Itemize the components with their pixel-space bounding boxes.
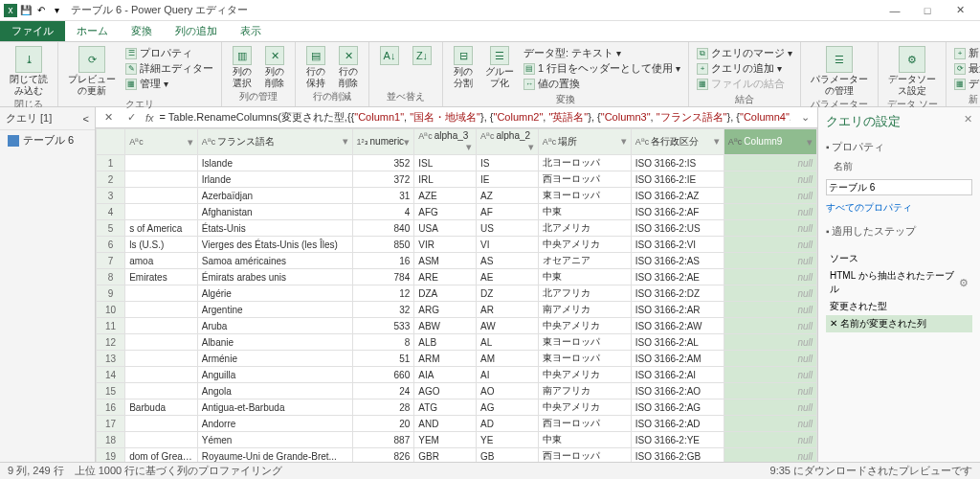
cell[interactable]: Royaume-Uni de Grande-Bret... xyxy=(197,448,352,463)
cell[interactable]: ISO 3166-2:AI xyxy=(631,367,724,383)
cell[interactable]: AL xyxy=(476,334,538,351)
cell[interactable] xyxy=(125,204,198,220)
cell[interactable]: Argentine xyxy=(197,302,352,318)
cancel-icon[interactable]: ✕ xyxy=(100,110,117,125)
cell[interactable]: 32 xyxy=(352,302,414,318)
cell[interactable]: 24 xyxy=(352,383,414,399)
cell[interactable]: dom of Great Brit... xyxy=(125,448,198,463)
cell[interactable] xyxy=(125,318,198,334)
cell[interactable]: 826 xyxy=(352,448,414,463)
column-header[interactable]: Aᴮc▾ xyxy=(125,129,198,155)
expand-icon[interactable]: ⌄ xyxy=(796,110,813,125)
cell[interactable]: Albanie xyxy=(197,334,352,351)
cell[interactable]: Islande xyxy=(197,155,352,171)
all-properties-link[interactable]: すべてのプロパティ xyxy=(826,201,972,215)
rownum-cell[interactable]: 4 xyxy=(97,204,125,220)
query-item[interactable]: テーブル 6 xyxy=(0,130,95,150)
cell[interactable]: 4 xyxy=(352,204,414,220)
remove-columns-button[interactable]: ✕列の削除 xyxy=(260,44,289,90)
new-source-button[interactable]: +新しいソース ▾ xyxy=(954,46,980,60)
cell[interactable]: AR xyxy=(476,302,538,318)
cell[interactable]: ALB xyxy=(414,334,477,351)
cell[interactable]: ISO 3166-2:AD xyxy=(631,416,724,432)
datatype-button[interactable]: データ型: テキスト ▾ xyxy=(523,46,680,60)
rownum-cell[interactable]: 13 xyxy=(97,351,125,367)
cell[interactable]: null xyxy=(724,204,816,220)
cell[interactable]: AI xyxy=(476,367,538,383)
cell[interactable]: ISO 3166-2:IE xyxy=(631,171,724,188)
cell[interactable]: AZ xyxy=(476,188,538,204)
parameters-button[interactable]: ☰パラメーターの管理 xyxy=(807,44,872,98)
cell[interactable]: 51 xyxy=(352,351,414,367)
advanced-editor-button[interactable]: ✎詳細エディター xyxy=(125,61,213,76)
cell[interactable]: null xyxy=(724,237,816,253)
rownum-cell[interactable]: 11 xyxy=(97,318,125,334)
close-settings-icon[interactable]: ✕ xyxy=(964,113,972,130)
close-button[interactable]: ✕ xyxy=(944,1,976,20)
cell[interactable]: 372 xyxy=(352,171,414,188)
cell[interactable]: null xyxy=(724,367,816,383)
cell[interactable]: AS xyxy=(476,253,538,269)
cell[interactable]: AG xyxy=(476,399,538,416)
cell[interactable]: 北アフリカ xyxy=(538,285,631,302)
cell[interactable]: 東ヨーロッパ xyxy=(538,351,631,367)
cell[interactable]: 850 xyxy=(352,237,414,253)
cell[interactable]: null xyxy=(724,220,816,237)
cell[interactable]: 西ヨーロッパ xyxy=(538,416,631,432)
close-load-button[interactable]: ⤓閉じて読み込む xyxy=(6,44,52,98)
cell[interactable]: Irlande xyxy=(197,171,352,188)
rownum-cell[interactable]: 18 xyxy=(97,432,125,448)
cell[interactable]: 西ヨーロッパ xyxy=(538,448,631,463)
cell[interactable]: Antigua-et-Barbuda xyxy=(197,399,352,416)
recent-sources-button[interactable]: ⟳最近のソース ▾ xyxy=(954,61,980,76)
minimize-button[interactable]: — xyxy=(879,1,911,20)
cell[interactable]: USA xyxy=(414,220,477,237)
cell[interactable]: ISO 3166-2:GB xyxy=(631,448,724,463)
cell[interactable]: null xyxy=(724,302,816,318)
applied-step[interactable]: ✕ 名前が変更された列 xyxy=(826,315,972,332)
cell[interactable]: VIR xyxy=(414,237,477,253)
groupby-button[interactable]: ☰グループ化 xyxy=(481,44,518,90)
cell[interactable]: 東ヨーロッパ xyxy=(538,188,631,204)
cell[interactable]: Andorre xyxy=(197,416,352,432)
query-name-input[interactable] xyxy=(826,179,972,195)
cell[interactable]: ARE xyxy=(414,269,477,285)
cell[interactable]: ls (U.S.) xyxy=(125,237,198,253)
cell[interactable]: AZE xyxy=(414,188,477,204)
cell[interactable]: Yémen xyxy=(197,432,352,448)
remove-rows-button[interactable]: ✕行の削除 xyxy=(334,44,363,90)
column-header[interactable]: Aᴮcフランス語名▾ xyxy=(197,129,352,155)
keep-rows-button[interactable]: ▤行の保持 xyxy=(301,44,330,90)
cell[interactable]: ISO 3166-2:AO xyxy=(631,383,724,399)
datasource-settings-button[interactable]: ⚙データソース設定 xyxy=(884,44,940,98)
refresh-preview-button[interactable]: ⟳プレビューの更新 xyxy=(64,44,120,98)
cell[interactable]: 中東 xyxy=(538,269,631,285)
cell[interactable]: ISO 3166-2:AL xyxy=(631,334,724,351)
cell[interactable]: ISO 3166-2:AS xyxy=(631,253,724,269)
applied-step[interactable]: HTML から抽出されたテーブル⚙ xyxy=(826,267,972,298)
manage-button[interactable]: ▦管理 ▾ xyxy=(125,77,213,91)
cell[interactable]: Angola xyxy=(197,383,352,399)
cell[interactable]: ISO 3166-2:AZ xyxy=(631,188,724,204)
cell[interactable]: AD xyxy=(476,416,538,432)
cell[interactable]: ISO 3166-2:US xyxy=(631,220,724,237)
tab-home[interactable]: ホーム xyxy=(65,21,120,41)
cell[interactable]: 28 xyxy=(352,399,414,416)
cell[interactable]: 840 xyxy=(352,220,414,237)
combine-files-button[interactable]: ▦ファイルの結合 xyxy=(697,77,792,91)
use-first-row-button[interactable]: ▤1 行目をヘッダーとして使用 ▾ xyxy=(523,61,680,76)
tab-file[interactable]: ファイル xyxy=(0,21,65,41)
column-header[interactable]: Aᴮcalpha_3▾ xyxy=(414,129,477,155)
cell[interactable] xyxy=(125,351,198,367)
cell[interactable]: ISO 3166-2:AM xyxy=(631,351,724,367)
cell[interactable]: 中央アメリカ xyxy=(538,367,631,383)
cell[interactable]: VI xyxy=(476,237,538,253)
cell[interactable]: Anguilla xyxy=(197,367,352,383)
cell[interactable]: DZA xyxy=(414,285,477,302)
cell[interactable]: null xyxy=(724,285,816,302)
cell[interactable]: Algérie xyxy=(197,285,352,302)
cell[interactable]: 西ヨーロッパ xyxy=(538,171,631,188)
cell[interactable]: 南アメリカ xyxy=(538,302,631,318)
cell[interactable]: 31 xyxy=(352,188,414,204)
cell[interactable]: null xyxy=(724,432,816,448)
